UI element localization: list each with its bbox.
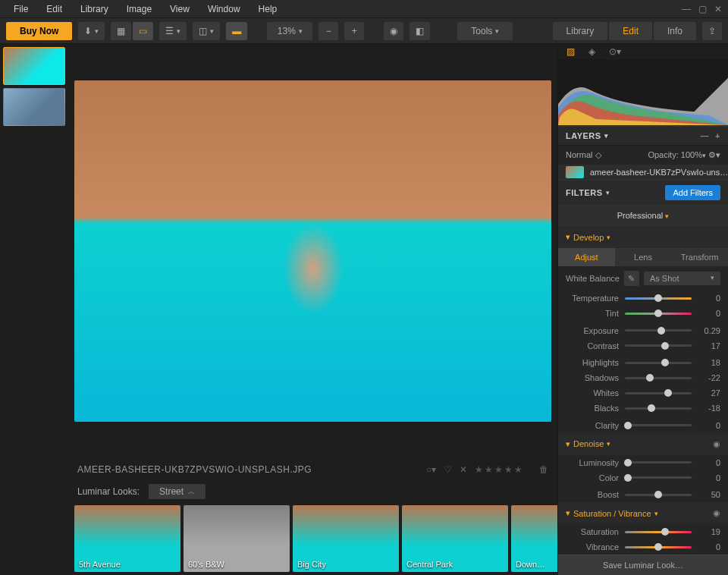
canvas-image: [74, 80, 551, 422]
filmstrip-thumb[interactable]: [3, 47, 65, 85]
look-item[interactable]: Down…: [511, 505, 557, 572]
filmstrip-thumb[interactable]: [3, 88, 65, 126]
export-button[interactable]: ⬇ ▾: [78, 22, 105, 40]
boost-slider[interactable]: [625, 494, 692, 496]
tools-button[interactable]: Tools ▾: [457, 22, 513, 40]
denoise-visibility-icon[interactable]: ◉: [713, 439, 720, 449]
preview-button[interactable]: ◉: [384, 22, 403, 40]
color-label-icon[interactable]: ○▾: [426, 464, 436, 475]
share-button[interactable]: ⇪: [702, 22, 722, 40]
panels-button[interactable]: ◫ ▾: [193, 22, 220, 40]
denoise-color-slider[interactable]: [625, 476, 692, 479]
develop-tab-transform[interactable]: Transform: [671, 248, 728, 266]
develop-tab-adjust[interactable]: Adjust: [558, 248, 615, 266]
menu-window[interactable]: Window: [200, 2, 248, 17]
menu-file[interactable]: File: [6, 2, 36, 17]
eyedropper-icon[interactable]: ✎: [624, 271, 639, 286]
looks-category-dropdown[interactable]: Street ︿: [149, 484, 206, 499]
histogram-image-icon[interactable]: ▨: [564, 44, 577, 59]
histogram-timer-icon[interactable]: ⊙▾: [607, 44, 623, 59]
looks-strip: 5th Avenue 60's B&W Big City Central Par…: [68, 502, 557, 575]
looks-label: Luminar Looks:: [77, 486, 140, 497]
maximize-icon[interactable]: ▢: [698, 4, 707, 14]
zoom-in-button[interactable]: +: [344, 22, 364, 40]
exposure-slider[interactable]: [625, 329, 692, 331]
tab-library[interactable]: Library: [553, 22, 608, 40]
layers-panel-header[interactable]: LAYERS▾ — +: [558, 126, 728, 146]
filename-label: AMEER-BASHEER-UKB7ZPVSWIO-UNSPLASH.JPG: [77, 464, 312, 475]
menu-edit[interactable]: Edit: [39, 2, 70, 17]
whites-slider[interactable]: [625, 392, 692, 394]
menubar: File Edit Library Image View Window Help…: [0, 0, 728, 18]
right-panel: ▨ ◈ ⊙▾ LAYERS▾ — + Normal ◇ Opacity: 100…: [557, 44, 728, 575]
blacks-slider[interactable]: [625, 407, 692, 410]
look-item[interactable]: 5th Avenue: [74, 505, 180, 572]
add-layer-icon[interactable]: +: [715, 131, 720, 140]
histogram: [558, 59, 728, 126]
filmstrip: [0, 44, 68, 575]
layer-item[interactable]: ameer-basheer-UKB7zPVswIo-uns…: [558, 165, 728, 180]
shadows-slider[interactable]: [625, 377, 692, 379]
menu-library[interactable]: Library: [73, 2, 116, 17]
favorite-icon[interactable]: ♡: [444, 464, 452, 475]
histogram-layers-icon[interactable]: ◈: [586, 44, 598, 59]
luminosity-slider[interactable]: [625, 461, 692, 463]
view-single-button[interactable]: ▭: [133, 22, 153, 40]
zoom-display[interactable]: 13% ▾: [267, 22, 312, 40]
rating-stars[interactable]: ★★★★★: [475, 464, 524, 475]
tab-edit[interactable]: Edit: [609, 22, 652, 40]
meta-bar: AMEER-BASHEER-UKB7ZPVSWIO-UNSPLASH.JPG ○…: [68, 458, 557, 481]
compare-button[interactable]: ◧: [410, 22, 430, 40]
look-item[interactable]: Big City: [293, 505, 399, 572]
view-grid-button[interactable]: ▦: [111, 22, 131, 40]
layer-settings-icon[interactable]: ⚙▾: [708, 150, 720, 159]
menu-view[interactable]: View: [162, 2, 197, 17]
close-icon[interactable]: ✕: [714, 4, 722, 14]
layer-thumb-icon: [566, 166, 584, 178]
develop-tab-lens[interactable]: Lens: [615, 248, 672, 266]
denoise-section-header[interactable]: ▾Denoise ▾ ◉: [558, 433, 728, 455]
menu-help[interactable]: Help: [251, 2, 285, 17]
temperature-slider[interactable]: [625, 297, 692, 300]
highlights-slider[interactable]: [625, 362, 692, 364]
minimize-icon[interactable]: —: [682, 4, 691, 14]
toolbar: Buy Now ⬇ ▾ ▦ ▭ ☰ ▾ ◫ ▾ ▬ 13% ▾ − + ◉ ◧ …: [0, 18, 728, 44]
look-item[interactable]: 60's B&W: [184, 505, 290, 572]
trash-icon[interactable]: 🗑: [539, 464, 548, 475]
develop-section-header[interactable]: ▾Develop ▾: [558, 226, 728, 248]
add-filters-button[interactable]: Add Filters: [665, 185, 720, 200]
buy-now-button[interactable]: Buy Now: [6, 22, 72, 40]
preset-dropdown[interactable]: Professional ▾: [558, 205, 728, 226]
layer-name-label: ameer-basheer-UKB7zPVswIo-uns…: [590, 168, 728, 177]
look-item[interactable]: Central Park: [402, 505, 508, 572]
tint-slider[interactable]: [625, 313, 692, 315]
saturation-visibility-icon[interactable]: ◉: [713, 508, 720, 518]
align-button[interactable]: ☰ ▾: [159, 22, 187, 40]
save-look-button[interactable]: Save Luminar Look…: [558, 555, 728, 575]
white-balance-dropdown[interactable]: As Shot▾: [644, 272, 720, 285]
contrast-slider[interactable]: [625, 344, 692, 347]
menu-image[interactable]: Image: [119, 2, 159, 17]
blend-mode-dropdown[interactable]: Normal ◇: [566, 150, 601, 160]
canvas[interactable]: [68, 44, 557, 458]
vibrance-slider[interactable]: [625, 546, 692, 548]
reject-icon[interactable]: ✕: [460, 464, 467, 475]
white-balance-label: White Balance: [566, 274, 620, 283]
saturation-section-header[interactable]: ▾Saturation / Vibrance ▾ ◉: [558, 502, 728, 524]
opacity-value[interactable]: 100%: [681, 150, 702, 159]
saturation-slider[interactable]: [625, 531, 692, 533]
tab-info[interactable]: Info: [654, 22, 696, 40]
filmstrip-toggle-button[interactable]: ▬: [226, 22, 247, 40]
layers-collapse-icon[interactable]: —: [701, 131, 710, 140]
clarity-slider[interactable]: [625, 424, 692, 426]
zoom-out-button[interactable]: −: [318, 22, 338, 40]
filters-panel-header: FILTERS▾ Add Filters: [558, 180, 728, 205]
